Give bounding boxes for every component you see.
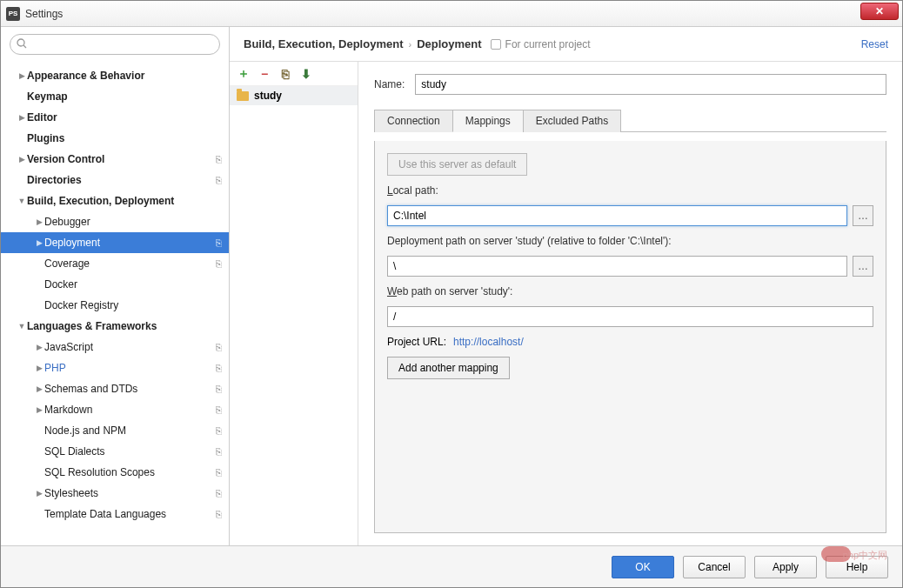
project-badge-icon: ⎘: [216, 425, 222, 436]
tree-item-build-execution-deployment[interactable]: ▼Build, Execution, Deployment: [1, 190, 229, 211]
tab-content-mappings: Use this server as default Local path: ……: [374, 141, 886, 533]
tree-item-languages-frameworks[interactable]: ▼Languages & Frameworks: [1, 316, 229, 337]
tree-item-editor[interactable]: ▶Editor: [1, 107, 229, 128]
tree-item-sql-dialects[interactable]: SQL Dialects⎘: [1, 441, 229, 462]
chevron-right-icon: ›: [408, 39, 411, 50]
tree-item-debugger[interactable]: ▶Debugger: [1, 211, 229, 232]
project-badge-icon: ⎘: [216, 384, 222, 394]
tree-arrow-icon: ▶: [34, 405, 44, 414]
add-server-icon[interactable]: ＋: [237, 67, 251, 81]
server-list[interactable]: study: [230, 86, 358, 545]
tree-item-stylesheets[interactable]: ▶Stylesheets⎘: [1, 483, 229, 504]
tree-item-coverage[interactable]: Coverage⎘: [1, 253, 229, 274]
reset-link[interactable]: Reset: [861, 38, 888, 50]
close-button[interactable]: ✕: [860, 3, 899, 20]
tree-item-sql-resolution-scopes[interactable]: SQL Resolution Scopes⎘: [1, 462, 229, 483]
browse-local-button[interactable]: …: [853, 205, 873, 226]
project-badge-icon: ⎘: [216, 509, 222, 519]
tab-connection[interactable]: Connection: [374, 110, 453, 132]
project-badge-icon: ⎘: [216, 154, 222, 164]
tree-arrow-icon: ▶: [34, 384, 44, 393]
tree-item-docker-registry[interactable]: Docker Registry: [1, 295, 229, 316]
tree-item-label: Directories: [27, 174, 216, 186]
server-list-pane: ＋ − ⎘ ⬇ study: [230, 62, 358, 545]
tree-item-javascript[interactable]: ▶JavaScript⎘: [1, 337, 229, 357]
download-icon[interactable]: ⬇: [299, 67, 313, 81]
project-badge-icon: ⎘: [216, 237, 222, 248]
project-badge-icon: ⎘: [216, 404, 222, 415]
tree-item-label: Docker Registry: [44, 299, 222, 311]
breadcrumb: Build, Execution, Deployment › Deploymen…: [230, 27, 902, 62]
tree-arrow-icon: ▶: [34, 217, 44, 226]
tree-item-label: Version Control: [27, 153, 216, 165]
copy-server-icon[interactable]: ⎘: [278, 67, 292, 81]
tree-arrow-icon: ▶: [34, 343, 44, 351]
local-path-input[interactable]: [387, 205, 847, 226]
tree-item-docker[interactable]: Docker: [1, 274, 229, 295]
help-button[interactable]: Help: [826, 556, 888, 578]
dialog-button-bar: OK Cancel Apply Help: [1, 545, 902, 587]
tree-item-label: Node.js and NPM: [44, 424, 216, 437]
name-label: Name:: [374, 78, 405, 90]
tree-item-label: Coverage: [44, 257, 216, 270]
breadcrumb-part: Deployment: [417, 37, 481, 50]
project-badge-icon: ⎘: [216, 467, 222, 478]
tree-item-deployment[interactable]: ▶Deployment⎘: [1, 232, 229, 253]
tree-arrow-icon: ▶: [34, 364, 44, 372]
tabs: Connection Mappings Excluded Paths: [374, 109, 886, 132]
sidebar: ▶Appearance & BehaviorKeymap▶EditorPlugi…: [1, 27, 230, 545]
tree-item-label: Languages & Frameworks: [27, 320, 222, 332]
remove-server-icon[interactable]: −: [258, 67, 271, 81]
tree-item-label: Schemas and DTDs: [44, 383, 216, 395]
tree-item-label: Editor: [27, 111, 222, 124]
tree-item-keymap[interactable]: Keymap: [1, 86, 229, 107]
settings-tree[interactable]: ▶Appearance & BehaviorKeymap▶EditorPlugi…: [1, 62, 229, 545]
tree-item-label: Appearance & Behavior: [27, 70, 222, 82]
tree-item-node-js-and-npm[interactable]: Node.js and NPM⎘: [1, 420, 229, 441]
folder-icon: [237, 91, 249, 101]
tree-arrow-icon: ▼: [17, 322, 27, 331]
tab-mappings[interactable]: Mappings: [452, 110, 524, 132]
scope-label: For current project: [505, 38, 591, 50]
tree-item-label: Docker: [44, 278, 222, 291]
tree-arrow-icon: ▶: [34, 238, 44, 247]
tree-item-plugins[interactable]: Plugins: [1, 128, 229, 149]
deployment-path-input[interactable]: [387, 256, 847, 277]
tree-arrow-icon: ▼: [17, 197, 27, 205]
search-input[interactable]: [10, 34, 220, 55]
deployment-path-label: Deployment path on server 'study' (relat…: [387, 235, 873, 247]
apply-button[interactable]: Apply: [754, 556, 817, 578]
tree-item-php[interactable]: ▶PHP⎘: [1, 357, 229, 378]
local-path-label: Local path:: [387, 184, 873, 197]
tab-excluded-paths[interactable]: Excluded Paths: [523, 110, 621, 132]
tree-item-directories[interactable]: Directories⎘: [1, 170, 229, 190]
name-input[interactable]: [415, 74, 886, 95]
deployment-form: Name: Connection Mappings Excluded Paths…: [358, 62, 902, 545]
tree-item-version-control[interactable]: ▶Version Control⎘: [1, 149, 229, 170]
ok-button[interactable]: OK: [612, 556, 674, 578]
tree-item-label: JavaScript: [44, 341, 216, 353]
tree-arrow-icon: ▶: [17, 71, 27, 80]
cancel-button[interactable]: Cancel: [683, 556, 746, 578]
tree-item-label: Plugins: [27, 132, 222, 144]
add-mapping-button[interactable]: Add another mapping: [387, 357, 510, 379]
app-icon: PS: [6, 7, 20, 21]
web-path-input[interactable]: [387, 306, 873, 327]
tree-item-label: Template Data Languages: [44, 508, 216, 520]
tree-item-label: Deployment: [44, 237, 216, 249]
tree-item-markdown[interactable]: ▶Markdown⎘: [1, 399, 229, 420]
server-item[interactable]: study: [230, 86, 358, 105]
tree-item-label: SQL Resolution Scopes: [44, 466, 216, 478]
tree-item-label: Build, Execution, Deployment: [27, 195, 222, 207]
use-as-default-button[interactable]: Use this server as default: [387, 153, 527, 176]
project-url-link[interactable]: http://localhost/: [453, 336, 524, 348]
close-icon: ✕: [875, 5, 884, 17]
tree-item-template-data-languages[interactable]: Template Data Languages⎘: [1, 504, 229, 525]
tree-item-schemas-and-dtds[interactable]: ▶Schemas and DTDs⎘: [1, 378, 229, 399]
tree-arrow-icon: ▶: [17, 155, 27, 164]
tree-item-label: SQL Dialects: [44, 445, 216, 458]
window-title: Settings: [25, 8, 63, 20]
tree-item-appearance-behavior[interactable]: ▶Appearance & Behavior: [1, 65, 229, 86]
web-path-label: Web path on server 'study':: [387, 285, 873, 297]
browse-deployment-button[interactable]: …: [853, 256, 873, 277]
